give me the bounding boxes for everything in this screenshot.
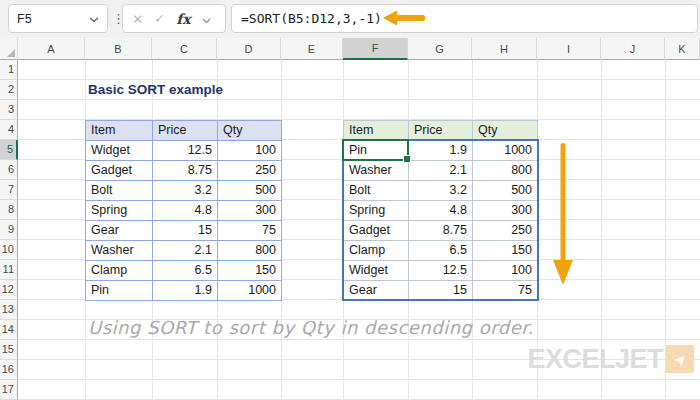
- row-header-13[interactable]: 13: [0, 300, 18, 320]
- fill-handle[interactable]: [403, 155, 411, 163]
- row-header-2[interactable]: 2: [0, 80, 18, 100]
- table-cell[interactable]: 1.9: [153, 281, 218, 301]
- row-header-3[interactable]: 3: [0, 100, 18, 120]
- table-cell[interactable]: 3.2: [409, 181, 473, 201]
- table-cell[interactable]: 150: [473, 241, 538, 261]
- table-cell[interactable]: 800: [218, 241, 282, 261]
- row-header-1[interactable]: 1: [0, 60, 18, 80]
- table-cell[interactable]: 250: [473, 221, 538, 241]
- table-cell[interactable]: Washer: [344, 161, 409, 181]
- table-header-cell[interactable]: Qty: [218, 121, 282, 141]
- row-header-9[interactable]: 9: [0, 220, 18, 240]
- table-cell[interactable]: Bolt: [86, 181, 153, 201]
- table-cell[interactable]: Pin: [86, 281, 153, 301]
- table-cell[interactable]: 1.9: [409, 141, 473, 161]
- column-header-b[interactable]: B: [85, 38, 152, 60]
- row-header-7[interactable]: 7: [0, 180, 18, 200]
- column-header-h[interactable]: H: [472, 38, 537, 60]
- chevron-down-icon[interactable]: [202, 10, 211, 28]
- row-header-14[interactable]: 14: [0, 320, 18, 340]
- paper-plane-icon: ➤: [670, 349, 690, 369]
- table-header-cell[interactable]: Price: [153, 121, 218, 141]
- table-cell[interactable]: 2.1: [153, 241, 218, 261]
- table-cell[interactable]: 8.75: [409, 221, 473, 241]
- exceljet-logo: EXCELJET ➤: [527, 345, 694, 373]
- table-cell[interactable]: 250: [218, 161, 282, 181]
- table-cell[interactable]: Gadget: [344, 221, 409, 241]
- table-cell[interactable]: 500: [218, 181, 282, 201]
- column-headers: ABCDEFGHIJK: [0, 38, 700, 60]
- column-header-g[interactable]: G: [408, 38, 472, 60]
- table-cell[interactable]: Clamp: [344, 241, 409, 261]
- table-cell[interactable]: 1000: [218, 281, 282, 301]
- table-cell[interactable]: 15: [153, 221, 218, 241]
- row-header-11[interactable]: 11: [0, 260, 18, 280]
- active-cell-border[interactable]: [342, 139, 409, 161]
- table-cell[interactable]: 1000: [473, 141, 538, 161]
- table-cell[interactable]: Gadget: [86, 161, 153, 181]
- insert-function-icon[interactable]: fx: [176, 11, 190, 27]
- table-header-cell[interactable]: Item: [86, 121, 153, 141]
- table-cell[interactable]: 12.5: [409, 261, 473, 281]
- table-cell[interactable]: 300: [218, 201, 282, 221]
- enter-icon[interactable]: ✓: [154, 11, 165, 26]
- table-cell[interactable]: Clamp: [86, 261, 153, 281]
- row-header-15[interactable]: 15: [0, 340, 18, 360]
- row-header-6[interactable]: 6: [0, 160, 18, 180]
- row-header-17[interactable]: 17: [0, 380, 18, 400]
- table-cell[interactable]: 100: [473, 261, 538, 281]
- table-cell[interactable]: 3.2: [153, 181, 218, 201]
- excel-window: F5 ⋮ ✕ ✓ fx =SORT(B5:D12,3,-1) ABCDEFGHI…: [0, 0, 700, 400]
- column-header-i[interactable]: I: [537, 38, 601, 60]
- column-header-a[interactable]: A: [18, 38, 85, 60]
- table-header-cell[interactable]: Item: [344, 121, 409, 141]
- table-cell[interactable]: 6.5: [153, 261, 218, 281]
- column-header-e[interactable]: E: [281, 38, 343, 60]
- cancel-icon[interactable]: ✕: [132, 11, 143, 27]
- drag-handle-icon: ⋮: [112, 9, 118, 29]
- table-cell[interactable]: 4.8: [153, 201, 218, 221]
- table-cell[interactable]: Spring: [86, 201, 153, 221]
- table-header-cell[interactable]: Qty: [473, 121, 538, 141]
- source-table[interactable]: ItemPriceQtyWidget12.5100Gadget8.75250Bo…: [85, 120, 282, 301]
- name-box[interactable]: F5: [8, 4, 108, 33]
- select-all-corner[interactable]: [0, 38, 18, 60]
- table-cell[interactable]: Spring: [344, 201, 409, 221]
- column-header-j[interactable]: J: [601, 38, 665, 60]
- chevron-down-icon[interactable]: [89, 12, 99, 26]
- column-header-f[interactable]: F: [343, 38, 408, 60]
- table-header-cell[interactable]: Price: [409, 121, 473, 141]
- annotation-arrow-left-icon: [383, 10, 425, 26]
- table-cell[interactable]: 75: [473, 281, 538, 301]
- table-cell[interactable]: 300: [473, 201, 538, 221]
- table-cell[interactable]: Bolt: [344, 181, 409, 201]
- table-cell[interactable]: Widget: [344, 261, 409, 281]
- column-header-d[interactable]: D: [217, 38, 281, 60]
- worksheet-title[interactable]: Basic SORT example: [88, 80, 223, 100]
- row-header-5[interactable]: 5: [0, 140, 18, 160]
- row-header-4[interactable]: 4: [0, 120, 18, 140]
- table-cell[interactable]: Washer: [86, 241, 153, 261]
- exceljet-logo-text: EXCELJET: [527, 345, 663, 373]
- formula-input[interactable]: =SORT(B5:D12,3,-1): [231, 4, 698, 33]
- table-cell[interactable]: 6.5: [409, 241, 473, 261]
- table-cell[interactable]: Gear: [344, 281, 409, 301]
- table-cell[interactable]: 75: [218, 221, 282, 241]
- table-cell[interactable]: Widget: [86, 141, 153, 161]
- row-header-8[interactable]: 8: [0, 200, 18, 220]
- table-cell[interactable]: 4.8: [409, 201, 473, 221]
- table-cell[interactable]: 100: [218, 141, 282, 161]
- row-header-10[interactable]: 10: [0, 240, 18, 260]
- table-cell[interactable]: 800: [473, 161, 538, 181]
- column-header-k[interactable]: K: [665, 38, 700, 60]
- table-cell[interactable]: 12.5: [153, 141, 218, 161]
- column-header-c[interactable]: C: [152, 38, 217, 60]
- row-header-12[interactable]: 12: [0, 280, 18, 300]
- table-cell[interactable]: 2.1: [409, 161, 473, 181]
- table-cell[interactable]: 500: [473, 181, 538, 201]
- table-cell[interactable]: Gear: [86, 221, 153, 241]
- row-header-16[interactable]: 16: [0, 360, 18, 380]
- table-cell[interactable]: 150: [218, 261, 282, 281]
- table-cell[interactable]: 15: [409, 281, 473, 301]
- table-cell[interactable]: 8.75: [153, 161, 218, 181]
